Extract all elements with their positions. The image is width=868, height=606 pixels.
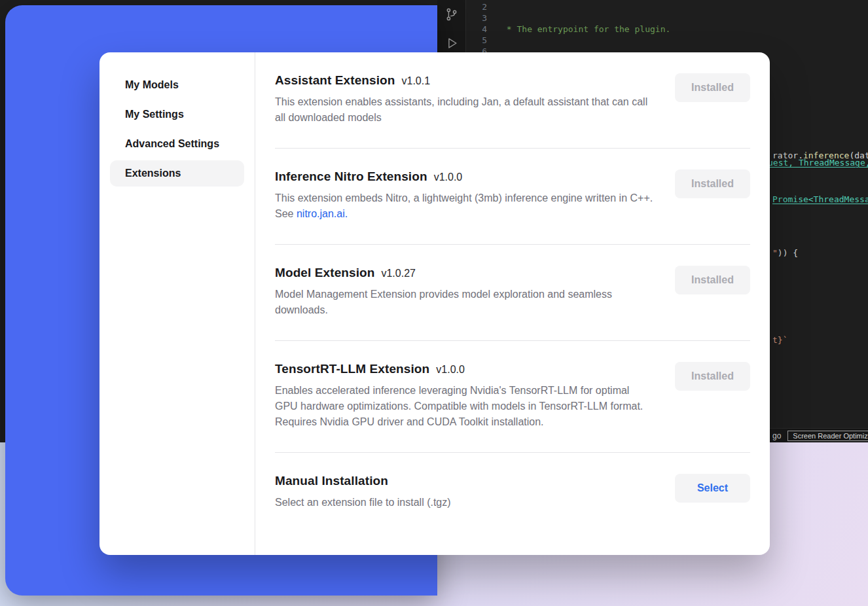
extension-assistant: Assistant Extensionv1.0.1 This extension…	[275, 52, 750, 148]
select-button[interactable]: Select	[675, 474, 750, 503]
code-fragment: Promise<ThreadMessage>	[772, 194, 868, 205]
sidebar-item-extensions[interactable]: Extensions	[110, 160, 244, 187]
sidebar-item-my-settings[interactable]: My Settings	[110, 101, 244, 128]
extension-description: Enables accelerated inference leveraging…	[275, 383, 653, 430]
extension-version: v1.0.0	[436, 364, 465, 375]
extension-title: Inference Nitro Extension	[275, 169, 427, 183]
extension-title: Manual Installation	[275, 474, 388, 488]
extension-description: Model Management Extension provides mode…	[275, 287, 653, 318]
manual-installation: Manual Installation Select an extension …	[275, 453, 750, 533]
extension-title: Model Extension	[275, 266, 374, 279]
extension-model: Model Extensionv1.0.27 Model Management …	[275, 245, 750, 340]
extension-title: Assistant Extension	[275, 73, 395, 87]
extensions-list: Assistant Extensionv1.0.1 This extension…	[255, 52, 770, 555]
code-line: * The entrypoint for the plugin.	[501, 24, 868, 35]
sidebar-item-advanced-settings[interactable]: Advanced Settings	[110, 131, 244, 157]
code-fragment: rator.inference(data));	[772, 150, 868, 161]
code-fragment: ")) {	[772, 247, 798, 258]
extension-version: v1.0.0	[434, 171, 463, 183]
installed-button[interactable]: Installed	[675, 73, 750, 102]
extension-description: This extension embeds Nitro, a lightweig…	[275, 190, 653, 222]
settings-sidebar: My Models My Settings Advanced Settings …	[99, 52, 255, 555]
extension-description: This extension enables assistants, inclu…	[275, 94, 653, 126]
extension-inference-nitro: Inference Nitro Extensionv1.0.0 This ext…	[275, 149, 750, 244]
status-language[interactable]: go	[772, 431, 781, 440]
extension-tensorrt-llm: TensortRT-LLM Extensionv1.0.0 Enables ac…	[275, 341, 750, 452]
installed-button[interactable]: Installed	[675, 169, 750, 198]
code-fragment: t}`	[772, 334, 787, 346]
installed-button[interactable]: Installed	[675, 362, 750, 391]
run-debug-icon[interactable]	[444, 35, 460, 51]
installed-button[interactable]: Installed	[675, 266, 750, 294]
editor-line-numbers: 2 3 4 5 6	[466, 1, 487, 57]
extension-title: TensortRT-LLM Extension	[275, 362, 429, 376]
extension-version: v1.0.27	[381, 268, 415, 279]
extension-version: v1.0.1	[402, 75, 431, 86]
source-control-icon[interactable]	[444, 7, 460, 22]
sidebar-item-my-models[interactable]: My Models	[110, 72, 244, 98]
screen-reader-badge[interactable]: Screen Reader Optimize	[787, 431, 868, 441]
settings-modal: My Models My Settings Advanced Settings …	[99, 52, 770, 555]
extension-description: Select an extension file to install (.tg…	[275, 495, 451, 510]
nitro-link[interactable]: nitro.jan.ai.	[297, 208, 348, 219]
